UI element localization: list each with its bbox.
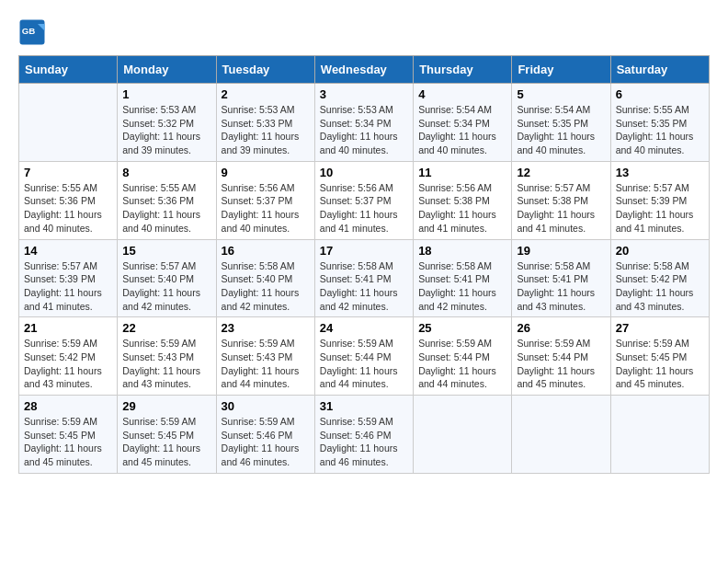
logo: GB (18, 18, 50, 46)
day-detail: Sunrise: 5:58 AM Sunset: 5:41 PM Dayligh… (517, 259, 605, 314)
day-detail: Sunrise: 5:59 AM Sunset: 5:44 PM Dayligh… (320, 337, 408, 391)
day-cell: 10Sunrise: 5:56 AM Sunset: 5:37 PM Dayli… (314, 161, 413, 239)
day-detail: Sunrise: 5:59 AM Sunset: 5:44 PM Dayligh… (418, 337, 506, 391)
day-detail: Sunrise: 5:59 AM Sunset: 5:43 PM Dayligh… (122, 337, 210, 391)
day-detail: Sunrise: 5:56 AM Sunset: 5:37 PM Dayligh… (222, 181, 310, 236)
week-row-2: 7Sunrise: 5:55 AM Sunset: 5:36 PM Daylig… (19, 161, 710, 239)
day-cell: 9Sunrise: 5:56 AM Sunset: 5:37 PM Daylig… (216, 161, 314, 239)
day-cell (512, 396, 610, 474)
day-detail: Sunrise: 5:55 AM Sunset: 5:36 PM Dayligh… (24, 181, 112, 236)
day-number: 3 (320, 87, 408, 101)
day-cell: 12Sunrise: 5:57 AM Sunset: 5:38 PM Dayli… (512, 161, 610, 239)
day-cell: 25Sunrise: 5:59 AM Sunset: 5:44 PM Dayli… (414, 317, 512, 396)
day-detail: Sunrise: 5:58 AM Sunset: 5:41 PM Dayligh… (418, 259, 506, 314)
day-cell: 18Sunrise: 5:58 AM Sunset: 5:41 PM Dayli… (414, 239, 512, 317)
day-detail: Sunrise: 5:58 AM Sunset: 5:42 PM Dayligh… (616, 259, 704, 314)
day-number: 21 (24, 321, 112, 335)
day-detail: Sunrise: 5:57 AM Sunset: 5:39 PM Dayligh… (616, 181, 704, 236)
day-number: 7 (24, 166, 112, 179)
day-number: 16 (222, 244, 310, 258)
day-number: 28 (24, 399, 112, 413)
day-number: 30 (222, 399, 310, 413)
day-number: 25 (418, 321, 506, 335)
col-header-monday: Monday (118, 56, 216, 84)
col-header-sunday: Sunday (19, 56, 118, 84)
calendar-table: SundayMondayTuesdayWednesdayThursdayFrid… (18, 55, 710, 474)
day-cell: 20Sunrise: 5:58 AM Sunset: 5:42 PM Dayli… (610, 239, 709, 317)
day-detail: Sunrise: 5:54 AM Sunset: 5:35 PM Dayligh… (517, 103, 605, 157)
day-cell: 27Sunrise: 5:59 AM Sunset: 5:45 PM Dayli… (610, 317, 709, 396)
day-detail: Sunrise: 5:58 AM Sunset: 5:41 PM Dayligh… (320, 259, 408, 314)
day-detail: Sunrise: 5:54 AM Sunset: 5:34 PM Dayligh… (418, 103, 506, 157)
day-cell: 3Sunrise: 5:53 AM Sunset: 5:34 PM Daylig… (314, 84, 413, 162)
day-number: 17 (320, 244, 408, 258)
logo-icon: GB (18, 18, 46, 46)
col-header-tuesday: Tuesday (216, 56, 314, 84)
day-detail: Sunrise: 5:53 AM Sunset: 5:33 PM Dayligh… (222, 103, 310, 157)
day-number: 31 (320, 399, 408, 413)
day-number: 15 (122, 244, 210, 258)
day-detail: Sunrise: 5:59 AM Sunset: 5:45 PM Dayligh… (616, 337, 704, 391)
day-cell: 13Sunrise: 5:57 AM Sunset: 5:39 PM Dayli… (610, 161, 709, 239)
day-detail: Sunrise: 5:59 AM Sunset: 5:46 PM Dayligh… (320, 415, 408, 469)
day-detail: Sunrise: 5:57 AM Sunset: 5:39 PM Dayligh… (24, 259, 112, 314)
day-detail: Sunrise: 5:59 AM Sunset: 5:44 PM Dayligh… (517, 337, 605, 391)
day-number: 11 (418, 166, 506, 179)
day-detail: Sunrise: 5:59 AM Sunset: 5:46 PM Dayligh… (222, 415, 310, 469)
day-cell: 28Sunrise: 5:59 AM Sunset: 5:45 PM Dayli… (19, 396, 118, 474)
day-detail: Sunrise: 5:53 AM Sunset: 5:32 PM Dayligh… (122, 103, 210, 157)
day-number: 4 (418, 87, 506, 101)
day-number: 8 (122, 166, 210, 179)
day-cell: 29Sunrise: 5:59 AM Sunset: 5:45 PM Dayli… (118, 396, 216, 474)
day-detail: Sunrise: 5:57 AM Sunset: 5:38 PM Dayligh… (517, 181, 605, 236)
week-row-4: 21Sunrise: 5:59 AM Sunset: 5:42 PM Dayli… (19, 317, 710, 396)
day-cell: 30Sunrise: 5:59 AM Sunset: 5:46 PM Dayli… (216, 396, 314, 474)
week-row-1: 1Sunrise: 5:53 AM Sunset: 5:32 PM Daylig… (19, 84, 710, 162)
day-cell: 19Sunrise: 5:58 AM Sunset: 5:41 PM Dayli… (512, 239, 610, 317)
day-detail: Sunrise: 5:57 AM Sunset: 5:40 PM Dayligh… (122, 259, 210, 314)
day-cell: 23Sunrise: 5:59 AM Sunset: 5:43 PM Dayli… (216, 317, 314, 396)
day-number: 19 (517, 244, 605, 258)
day-cell: 6Sunrise: 5:55 AM Sunset: 5:35 PM Daylig… (610, 84, 709, 162)
col-header-friday: Friday (512, 56, 610, 84)
svg-text:GB: GB (22, 26, 36, 36)
day-number: 12 (517, 166, 605, 179)
header-row: SundayMondayTuesdayWednesdayThursdayFrid… (19, 56, 710, 84)
day-cell: 26Sunrise: 5:59 AM Sunset: 5:44 PM Dayli… (512, 317, 610, 396)
day-number: 13 (616, 166, 704, 179)
day-detail: Sunrise: 5:55 AM Sunset: 5:35 PM Dayligh… (616, 103, 704, 157)
day-number: 1 (122, 87, 210, 101)
day-cell: 16Sunrise: 5:58 AM Sunset: 5:40 PM Dayli… (216, 239, 314, 317)
day-cell: 2Sunrise: 5:53 AM Sunset: 5:33 PM Daylig… (216, 84, 314, 162)
day-number: 29 (122, 399, 210, 413)
day-cell: 22Sunrise: 5:59 AM Sunset: 5:43 PM Dayli… (118, 317, 216, 396)
day-number: 9 (222, 166, 310, 179)
day-detail: Sunrise: 5:56 AM Sunset: 5:38 PM Dayligh… (418, 181, 506, 236)
week-row-5: 28Sunrise: 5:59 AM Sunset: 5:45 PM Dayli… (19, 396, 710, 474)
day-detail: Sunrise: 5:59 AM Sunset: 5:45 PM Dayligh… (122, 415, 210, 469)
day-detail: Sunrise: 5:59 AM Sunset: 5:43 PM Dayligh… (222, 337, 310, 391)
day-detail: Sunrise: 5:59 AM Sunset: 5:45 PM Dayligh… (24, 415, 112, 469)
day-cell (610, 396, 709, 474)
week-row-3: 14Sunrise: 5:57 AM Sunset: 5:39 PM Dayli… (19, 239, 710, 317)
day-detail: Sunrise: 5:55 AM Sunset: 5:36 PM Dayligh… (122, 181, 210, 236)
day-cell (19, 84, 118, 162)
col-header-saturday: Saturday (610, 56, 709, 84)
day-number: 6 (616, 87, 704, 101)
day-cell: 4Sunrise: 5:54 AM Sunset: 5:34 PM Daylig… (414, 84, 512, 162)
day-detail: Sunrise: 5:58 AM Sunset: 5:40 PM Dayligh… (222, 259, 310, 314)
day-number: 22 (122, 321, 210, 335)
day-cell: 1Sunrise: 5:53 AM Sunset: 5:32 PM Daylig… (118, 84, 216, 162)
day-cell: 21Sunrise: 5:59 AM Sunset: 5:42 PM Dayli… (19, 317, 118, 396)
day-cell: 15Sunrise: 5:57 AM Sunset: 5:40 PM Dayli… (118, 239, 216, 317)
day-number: 5 (517, 87, 605, 101)
day-cell: 31Sunrise: 5:59 AM Sunset: 5:46 PM Dayli… (314, 396, 413, 474)
day-number: 24 (320, 321, 408, 335)
day-detail: Sunrise: 5:56 AM Sunset: 5:37 PM Dayligh… (320, 181, 408, 236)
header: GB (18, 18, 710, 46)
day-cell: 17Sunrise: 5:58 AM Sunset: 5:41 PM Dayli… (314, 239, 413, 317)
day-number: 27 (616, 321, 704, 335)
day-number: 23 (222, 321, 310, 335)
day-number: 26 (517, 321, 605, 335)
day-cell: 14Sunrise: 5:57 AM Sunset: 5:39 PM Dayli… (19, 239, 118, 317)
